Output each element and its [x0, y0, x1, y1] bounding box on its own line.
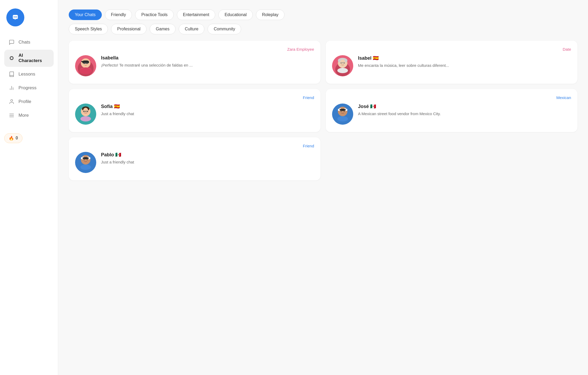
svg-point-40 — [80, 116, 91, 121]
card-desc-isabella: ¡Perfecto! Te mostraré una selección de … — [101, 62, 314, 68]
card-tag-isabella: Zara Employee — [75, 47, 314, 51]
bar-chart-icon — [8, 85, 15, 91]
card-sofia[interactable]: Friend — [69, 89, 320, 132]
card-name-pablo: Pablo 🇲🇽 — [101, 152, 314, 158]
sidebar-item-ai-characters[interactable]: AI Characters — [4, 50, 54, 67]
card-desc-sofia: Just a friendly chat — [101, 111, 314, 117]
filter-culture[interactable]: Culture — [179, 24, 205, 34]
filter-games[interactable]: Games — [150, 24, 176, 34]
card-tag-pablo: Friend — [75, 144, 314, 148]
card-body-isabella: Isabella ¡Perfecto! Te mostraré una sele… — [75, 55, 314, 76]
card-desc-jose: A Mexican street food vendor from Mexico… — [358, 111, 571, 117]
card-info-sofia: Sofia 🇪🇸 Just a friendly chat — [101, 104, 314, 117]
cards-grid: Zara Employee — [69, 41, 577, 180]
avatar-sofia — [75, 104, 96, 125]
card-body-isabel: Isabel 🇪🇸 Me encanta la música, leer sob… — [332, 55, 571, 76]
avatar-isabella — [75, 55, 96, 76]
filter-your-chats[interactable]: Your Chats — [69, 10, 102, 20]
app-logo[interactable] — [6, 8, 24, 26]
person-icon — [8, 99, 15, 105]
sidebar-item-ai-characters-label: AI Characters — [19, 53, 42, 64]
svg-point-48 — [339, 109, 346, 111]
sidebar-item-more-label: More — [19, 113, 29, 118]
sidebar-item-progress-label: Progress — [19, 85, 36, 91]
filter-roleplay[interactable]: Roleplay — [256, 10, 284, 20]
sidebar-item-progress[interactable]: Progress — [4, 82, 54, 94]
streak-badge: 🔥 0 — [4, 133, 22, 143]
card-tag-isabel: Date — [332, 47, 571, 51]
card-body-jose: José 🇲🇽 A Mexican street food vendor fro… — [332, 104, 571, 125]
svg-point-47 — [344, 111, 345, 112]
card-desc-isabel: Me encanta la música, leer sobre cultura… — [358, 63, 571, 69]
main-content: Your Chats Friendly Practice Tools Enter… — [58, 0, 588, 375]
filter-community[interactable]: Community — [208, 24, 241, 34]
card-name-jose: José 🇲🇽 — [358, 104, 571, 109]
filter-practice-tools[interactable]: Practice Tools — [135, 10, 173, 20]
svg-point-55 — [84, 160, 85, 160]
filter-row-2: Speech Styles Professional Games Culture… — [69, 24, 577, 34]
card-tag-sofia: Friend — [75, 95, 314, 100]
streak-fire-icon: 🔥 — [9, 136, 14, 141]
card-pablo[interactable]: Friend — [69, 137, 320, 180]
card-body-pablo: Pablo 🇲🇽 Just a friendly chat — [75, 152, 314, 173]
card-name-sofia: Sofia 🇪🇸 — [101, 104, 314, 109]
sidebar-item-profile[interactable]: Profile — [4, 95, 54, 108]
svg-point-56 — [87, 160, 88, 160]
filter-entertainment[interactable]: Entertainment — [177, 10, 215, 20]
svg-point-2 — [15, 16, 16, 17]
sidebar-item-profile-label: Profile — [19, 99, 31, 104]
avatar-jose — [332, 104, 353, 125]
filter-professional[interactable]: Professional — [111, 24, 146, 34]
card-name-isabel: Isabel 🇪🇸 — [358, 55, 571, 61]
chip-icon — [8, 55, 15, 61]
svg-point-1 — [13, 16, 15, 17]
svg-point-58 — [80, 165, 91, 170]
book-icon — [8, 71, 15, 77]
sidebar-item-chats-label: Chats — [19, 40, 30, 45]
avatar-isabel — [332, 55, 353, 76]
card-tag-jose: Mexican — [332, 95, 571, 100]
svg-point-49 — [337, 116, 348, 121]
svg-rect-4 — [10, 57, 13, 59]
svg-point-3 — [16, 16, 17, 17]
card-jose[interactable]: Mexican — [326, 89, 577, 132]
sidebar-item-lessons[interactable]: Lessons — [4, 68, 54, 81]
card-name-isabella: Isabella — [101, 55, 314, 61]
card-desc-pablo: Just a friendly chat — [101, 159, 314, 165]
card-info-pablo: Pablo 🇲🇽 Just a friendly chat — [101, 152, 314, 165]
card-info-jose: José 🇲🇽 A Mexican street food vendor fro… — [358, 104, 571, 117]
menu-icon — [8, 112, 15, 119]
svg-point-31 — [337, 68, 348, 73]
sidebar-item-lessons-label: Lessons — [19, 72, 35, 77]
svg-point-37 — [87, 111, 88, 112]
card-body-sofia: Sofia 🇪🇸 Just a friendly chat — [75, 104, 314, 125]
card-isabel[interactable]: Date — [326, 41, 577, 84]
chat-icon — [8, 39, 15, 45]
svg-point-22 — [79, 68, 92, 74]
svg-point-8 — [11, 100, 12, 101]
sidebar-item-more[interactable]: More — [4, 109, 54, 122]
card-isabella[interactable]: Zara Employee — [69, 41, 320, 84]
card-info-isabella: Isabella ¡Perfecto! Te mostraré una sele… — [101, 55, 314, 68]
filter-speech-styles[interactable]: Speech Styles — [69, 24, 108, 34]
card-info-isabel: Isabel 🇪🇸 Me encanta la música, leer sob… — [358, 55, 571, 69]
sidebar-item-chats[interactable]: Chats — [4, 36, 54, 49]
filter-friendly[interactable]: Friendly — [105, 10, 132, 20]
svg-point-36 — [84, 111, 85, 112]
filter-educational[interactable]: Educational — [218, 10, 253, 20]
svg-rect-16 — [81, 61, 83, 62]
streak-count: 0 — [16, 136, 18, 140]
sidebar: Chats AI Characters Lessons — [0, 0, 58, 375]
filter-row-1: Your Chats Friendly Practice Tools Enter… — [69, 10, 577, 20]
svg-point-57 — [82, 157, 89, 159]
avatar-pablo — [75, 152, 96, 173]
svg-point-46 — [341, 111, 342, 112]
